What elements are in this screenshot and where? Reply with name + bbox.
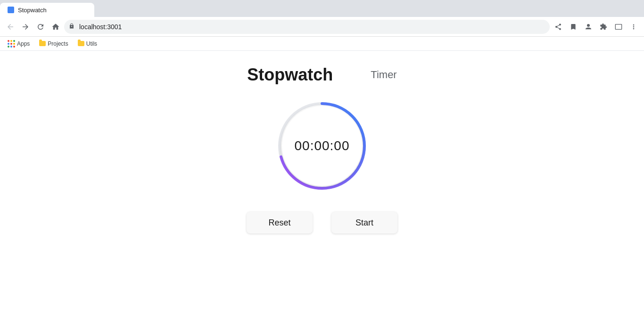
svg-rect-1: [615, 24, 621, 29]
bookmark-apps[interactable]: Apps: [4, 39, 33, 49]
timer-link[interactable]: Timer: [371, 69, 396, 81]
tab-title: Stopwatch: [18, 7, 47, 14]
menu-button[interactable]: [627, 20, 640, 33]
clock-inner: 00:00:00: [282, 106, 362, 186]
reload-button[interactable]: [34, 20, 47, 33]
tab-favicon: [8, 7, 14, 13]
app-header: Stopwatch Timer: [247, 65, 396, 85]
folder-icon: [78, 41, 84, 46]
bookmark-utils-label: Utils: [86, 40, 97, 47]
page-title: Stopwatch: [247, 65, 333, 85]
active-tab[interactable]: Stopwatch: [0, 3, 94, 17]
time-display: 00:00:00: [295, 138, 350, 153]
start-button[interactable]: Start: [331, 212, 397, 233]
page-content: Stopwatch Timer 00:00:00: [0, 51, 644, 322]
clock-circle: 00:00:00: [275, 99, 369, 193]
apps-grid-icon: [8, 40, 15, 48]
bookmark-utils[interactable]: Utils: [74, 39, 101, 48]
stopwatch-container: 00:00:00 Reset Start: [247, 99, 397, 233]
buttons-row: Reset Start: [247, 212, 397, 233]
window-button[interactable]: [612, 20, 625, 33]
extension-icon[interactable]: [597, 20, 610, 33]
address-bar-container: [64, 20, 550, 34]
forward-button[interactable]: [19, 20, 32, 33]
address-input[interactable]: [64, 20, 550, 34]
reset-button[interactable]: Reset: [247, 212, 313, 233]
bookmark-apps-label: Apps: [17, 40, 30, 47]
back-button[interactable]: [4, 20, 17, 33]
home-button[interactable]: [49, 20, 62, 33]
lock-icon: [69, 23, 74, 30]
bookmark-projects[interactable]: Projects: [35, 39, 72, 48]
share-button[interactable]: [552, 20, 565, 33]
bookmarks-bar: Apps Projects Utils: [0, 37, 644, 51]
folder-icon: [39, 41, 46, 46]
profile-button[interactable]: [582, 20, 595, 33]
bookmark-button[interactable]: [567, 20, 580, 33]
bookmark-projects-label: Projects: [48, 40, 68, 47]
svg-point-0: [587, 24, 590, 27]
